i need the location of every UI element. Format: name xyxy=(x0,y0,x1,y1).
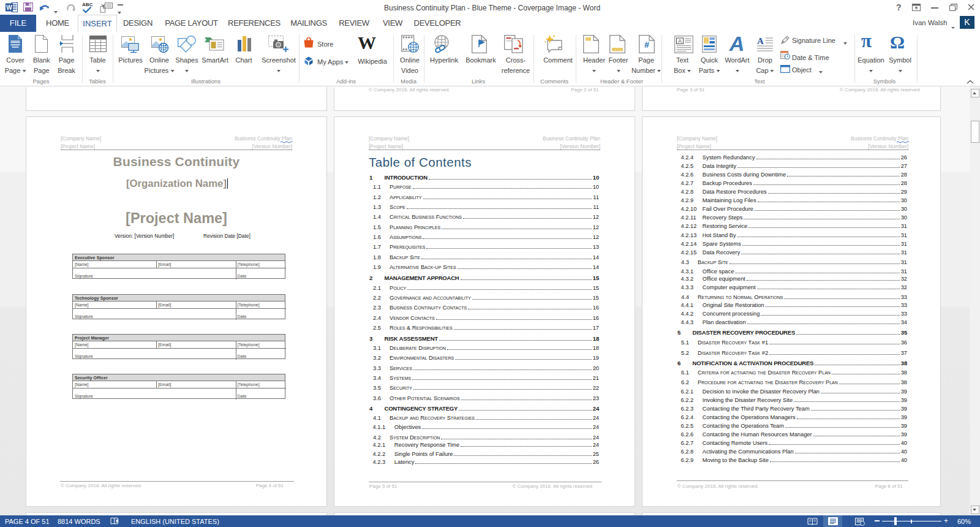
svg-text:A: A xyxy=(678,38,682,44)
svg-text:W: W xyxy=(6,4,12,11)
svg-text:#: # xyxy=(644,40,649,50)
svg-text:A: A xyxy=(729,32,745,55)
svg-text:A: A xyxy=(757,36,764,46)
